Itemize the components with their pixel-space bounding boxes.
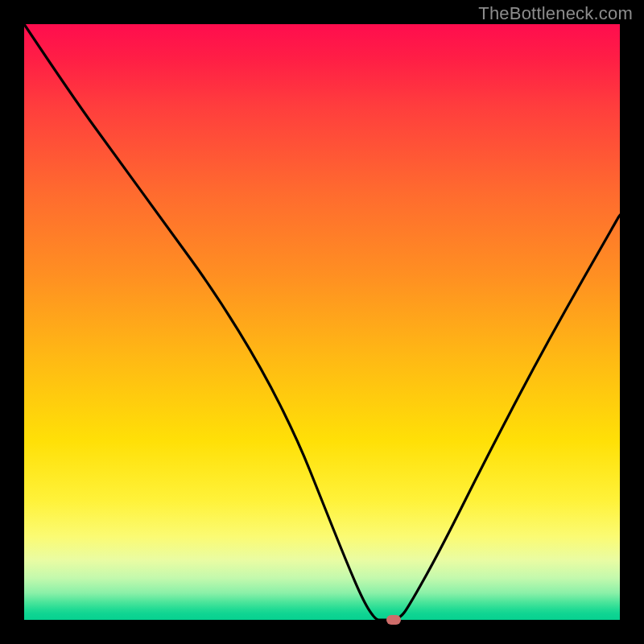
chart-frame: TheBottleneck.com xyxy=(0,0,644,644)
curve-svg xyxy=(24,24,620,620)
plot-area xyxy=(24,24,620,620)
bottleneck-curve-path xyxy=(24,24,620,620)
minimum-marker xyxy=(386,615,401,625)
watermark-text: TheBottleneck.com xyxy=(478,3,633,24)
